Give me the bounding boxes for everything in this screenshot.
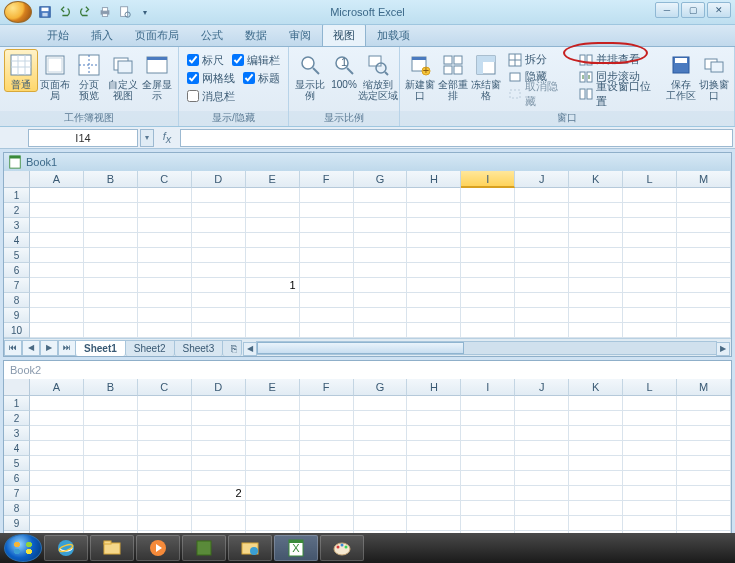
cell[interactable] [515, 203, 569, 218]
cell[interactable] [407, 396, 461, 411]
scroll-thumb[interactable] [257, 342, 463, 354]
cell[interactable] [515, 501, 569, 516]
column-header[interactable]: K [569, 171, 623, 188]
cell[interactable] [677, 263, 731, 278]
switch-windows-button[interactable]: 切换窗口 [697, 49, 730, 103]
cell[interactable] [192, 441, 246, 456]
unhide-button[interactable]: 取消隐藏 [504, 85, 570, 102]
normal-view-button[interactable]: 普通 [4, 49, 38, 92]
full-screen-button[interactable]: 全屏显示 [140, 49, 174, 103]
cell[interactable] [461, 516, 515, 531]
cell[interactable] [30, 396, 84, 411]
cell[interactable] [30, 486, 84, 501]
cell[interactable] [138, 501, 192, 516]
cell[interactable] [84, 233, 138, 248]
zoom-button[interactable]: 显示比例 [293, 49, 327, 103]
freeze-panes-button[interactable]: 冻结窗格 [470, 49, 503, 103]
cell[interactable] [354, 456, 408, 471]
cell[interactable] [623, 263, 677, 278]
formula-bar-checkbox[interactable]: 编辑栏 [228, 51, 284, 69]
cell[interactable] [623, 426, 677, 441]
redo-icon[interactable] [76, 3, 94, 21]
split-button[interactable]: 拆分 [504, 51, 570, 68]
cell[interactable] [138, 471, 192, 486]
cell[interactable] [407, 218, 461, 233]
fx-icon[interactable]: fx [156, 130, 178, 145]
cell[interactable] [30, 441, 84, 456]
cell[interactable] [30, 471, 84, 486]
sheet-nav-last[interactable]: ⏭ [58, 340, 76, 356]
cell[interactable] [623, 308, 677, 323]
cell[interactable] [246, 411, 300, 426]
column-header[interactable]: E [246, 171, 300, 188]
headings-checkbox[interactable]: 标题 [239, 69, 284, 87]
cell[interactable] [300, 411, 354, 426]
column-header[interactable]: D [192, 379, 246, 396]
column-header[interactable]: C [138, 379, 192, 396]
cell[interactable] [30, 233, 84, 248]
cell[interactable] [192, 396, 246, 411]
cell[interactable] [246, 456, 300, 471]
cell[interactable] [677, 308, 731, 323]
row-header[interactable]: 8 [4, 501, 30, 516]
cell[interactable] [677, 188, 731, 203]
tab-formulas[interactable]: 公式 [190, 23, 234, 46]
cell[interactable] [569, 411, 623, 426]
cell[interactable] [138, 278, 192, 293]
cell[interactable] [677, 233, 731, 248]
cell[interactable] [407, 188, 461, 203]
column-header[interactable]: J [515, 379, 569, 396]
cell[interactable] [407, 501, 461, 516]
cell[interactable] [246, 263, 300, 278]
cell[interactable]: 1 [246, 278, 300, 293]
task-app1-icon[interactable] [182, 535, 226, 561]
message-bar-checkbox[interactable]: 消息栏 [183, 87, 239, 105]
cell[interactable] [300, 396, 354, 411]
cell[interactable] [300, 308, 354, 323]
column-header[interactable]: A [30, 171, 84, 188]
cell[interactable] [84, 263, 138, 278]
ruler-checkbox[interactable]: 标尺 [183, 51, 228, 69]
cell[interactable] [246, 248, 300, 263]
cell[interactable] [30, 248, 84, 263]
cell[interactable] [623, 203, 677, 218]
cell[interactable] [246, 441, 300, 456]
row-header[interactable]: 2 [4, 203, 30, 218]
cell[interactable] [677, 248, 731, 263]
cell[interactable] [515, 486, 569, 501]
column-header[interactable]: C [138, 171, 192, 188]
cell[interactable] [354, 486, 408, 501]
cell[interactable] [407, 203, 461, 218]
cell[interactable] [515, 441, 569, 456]
cell[interactable] [138, 426, 192, 441]
cell[interactable] [192, 248, 246, 263]
cell[interactable] [300, 426, 354, 441]
task-paint-icon[interactable] [320, 535, 364, 561]
cell[interactable] [138, 218, 192, 233]
cell[interactable] [461, 308, 515, 323]
formula-input[interactable] [180, 129, 733, 147]
cell[interactable] [623, 323, 677, 338]
cell[interactable] [300, 486, 354, 501]
column-header[interactable]: G [354, 379, 408, 396]
cell[interactable] [677, 516, 731, 531]
cell[interactable] [407, 486, 461, 501]
column-header[interactable]: H [407, 171, 461, 188]
cell[interactable] [30, 411, 84, 426]
cell[interactable] [354, 203, 408, 218]
cell[interactable] [300, 471, 354, 486]
cell[interactable] [623, 278, 677, 293]
cell[interactable] [407, 308, 461, 323]
column-header[interactable]: F [300, 379, 354, 396]
select-all-corner[interactable] [4, 171, 30, 188]
cell[interactable] [192, 501, 246, 516]
row-header[interactable]: 2 [4, 411, 30, 426]
cell[interactable] [677, 456, 731, 471]
cell[interactable] [569, 486, 623, 501]
column-header[interactable]: E [246, 379, 300, 396]
cell[interactable] [138, 411, 192, 426]
row-header[interactable]: 4 [4, 441, 30, 456]
row-header[interactable]: 1 [4, 396, 30, 411]
cell[interactable] [300, 293, 354, 308]
cell[interactable] [192, 278, 246, 293]
